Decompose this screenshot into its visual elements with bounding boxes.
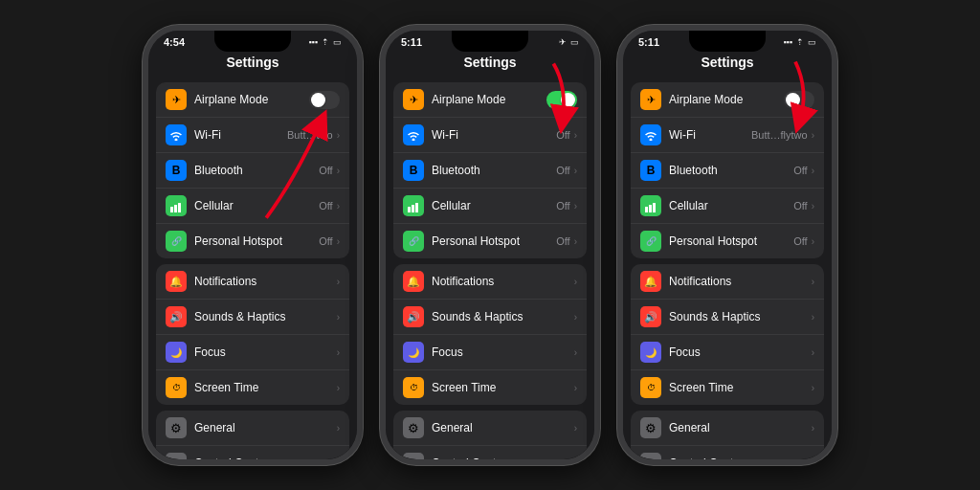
airplane-mode-row-3[interactable]: ✈ Airplane Mode [631, 82, 824, 118]
cellular-label-1: Cellular [194, 199, 319, 212]
focus-row-1[interactable]: 🌙 Focus › [156, 335, 349, 370]
sounds-row-1[interactable]: 🔊 Sounds & Haptics › [156, 300, 349, 335]
airplane-toggle-3[interactable] [784, 91, 814, 109]
control-row-3[interactable]: ☰ Control Center › [631, 446, 824, 459]
airplane-label-1: Airplane Mode [194, 93, 309, 106]
focus-row-2[interactable]: 🌙 Focus › [393, 335, 587, 370]
airplane-mode-row-2[interactable]: ✈ Airplane Mode [393, 82, 587, 118]
airplane-icon-1: ✈ [166, 89, 187, 110]
hotspot-value-1: Off [319, 235, 332, 247]
settings-title-2: Settings [463, 55, 516, 70]
cellular-value-2: Off [556, 200, 569, 212]
control-chevron-2: › [574, 458, 577, 460]
screentime-row-3[interactable]: ⏱ Screen Time › [631, 370, 824, 405]
cellular-row-3[interactable]: Cellular Off › [631, 189, 824, 224]
general-label-2: General [432, 421, 574, 434]
wifi-label-2: Wi-Fi [432, 128, 556, 142]
battery-icon-2: ▭ [570, 37, 579, 47]
sounds-row-3[interactable]: 🔊 Sounds & Haptics › [631, 300, 824, 335]
sounds-chevron-2: › [574, 312, 577, 323]
screentime-row-2[interactable]: ⏱ Screen Time › [393, 370, 587, 405]
focus-label-3: Focus [669, 345, 812, 359]
control-chevron-1: › [337, 458, 340, 460]
notch-1 [214, 31, 291, 52]
sounds-label-2: Sounds & Haptics [432, 310, 574, 323]
settings-content-2: ✈ Airplane Mode Wi-Fi Off › [386, 77, 594, 459]
svg-rect-5 [415, 203, 418, 212]
cellular-row-2[interactable]: Cellular Off › [393, 189, 587, 224]
status-icons-3: ▪▪▪ ⇡ ▭ [783, 37, 816, 47]
sounds-label-1: Sounds & Haptics [194, 310, 337, 323]
bluetooth-value-2: Off [556, 165, 569, 176]
cellular-value-1: Off [319, 200, 332, 212]
focus-icon-1: 🌙 [166, 342, 187, 363]
general-row-1[interactable]: ⚙ General › [156, 411, 349, 446]
cellular-row-1[interactable]: Cellular Off › [156, 189, 349, 224]
bluetooth-row-1[interactable]: B Bluetooth Off › [156, 153, 349, 189]
general-icon-3: ⚙ [640, 417, 661, 438]
status-icons-1: ▪▪▪ ⇡ ▭ [308, 37, 342, 47]
airplane-toggle-2[interactable] [546, 91, 577, 109]
cellular-chevron-1: › [337, 201, 340, 212]
sounds-label-3: Sounds & Haptics [669, 310, 812, 323]
focus-chevron-1: › [337, 347, 340, 358]
general-chevron-1: › [337, 423, 340, 434]
focus-label-2: Focus [432, 345, 574, 359]
bluetooth-chevron-3: › [812, 166, 814, 176]
hotspot-chevron-3: › [812, 236, 814, 247]
bluetooth-label-3: Bluetooth [669, 164, 793, 177]
screentime-label-3: Screen Time [669, 381, 812, 394]
phone-1: 4:54 ▪▪▪ ⇡ ▭ Settings ✈ Airplane Mode [143, 25, 363, 465]
airplane-status-icon-2: ✈ [559, 37, 567, 47]
wifi-value-2: Off [556, 129, 569, 141]
battery-icon-3: ▭ [808, 37, 816, 47]
bluetooth-row-3[interactable]: B Bluetooth Off › [631, 153, 824, 189]
control-row-1[interactable]: ☰ Control Center › [156, 446, 349, 459]
signal-icon-3: ▪▪▪ [783, 37, 792, 47]
control-label-1: Control Center [194, 457, 337, 459]
wifi-row-1[interactable]: Wi-Fi Butt…two › [156, 118, 349, 153]
bluetooth-chevron-2: › [574, 166, 577, 176]
wifi-row-3[interactable]: Wi-Fi Butt…flytwo › [631, 118, 824, 153]
hotspot-row-1[interactable]: 🔗 Personal Hotspot Off › [156, 224, 349, 258]
sounds-chevron-3: › [812, 312, 814, 323]
notifications-row-2[interactable]: 🔔 Notifications › [393, 264, 587, 300]
wifi-chevron-1: › [337, 130, 340, 141]
control-label-3: Control Center [669, 457, 812, 459]
airplane-icon-2: ✈ [403, 89, 424, 110]
svg-rect-6 [645, 207, 648, 212]
svg-rect-3 [408, 207, 411, 212]
general-group-1: ⚙ General › ☰ Control Center › AA Displa… [156, 411, 349, 459]
network-group-1: ✈ Airplane Mode Wi-Fi Butt…two › [156, 82, 349, 258]
svg-rect-8 [653, 203, 656, 212]
screentime-row-1[interactable]: ⏱ Screen Time › [156, 370, 349, 405]
phone-frame-3: 5:11 ▪▪▪ ⇡ ▭ Settings ✈ Airplane Mode [617, 25, 837, 465]
sounds-row-2[interactable]: 🔊 Sounds & Haptics › [393, 300, 587, 335]
control-row-2[interactable]: ☰ Control Center › [393, 446, 587, 459]
notifications-row-3[interactable]: 🔔 Notifications › [631, 264, 824, 300]
svg-rect-7 [649, 205, 652, 212]
notifications-chevron-1: › [337, 277, 340, 287]
airplane-mode-row-1[interactable]: ✈ Airplane Mode [156, 82, 349, 118]
svg-rect-0 [170, 207, 173, 212]
wifi-row-2[interactable]: Wi-Fi Off › [393, 118, 587, 153]
notifications-row-1[interactable]: 🔔 Notifications › [156, 264, 349, 300]
hotspot-row-2[interactable]: 🔗 Personal Hotspot Off › [393, 224, 587, 258]
sounds-icon-3: 🔊 [640, 306, 661, 327]
hotspot-row-3[interactable]: 🔗 Personal Hotspot Off › [631, 224, 824, 258]
general-row-2[interactable]: ⚙ General › [393, 411, 587, 446]
bluetooth-row-2[interactable]: B Bluetooth Off › [393, 153, 587, 189]
general-chevron-2: › [574, 423, 577, 434]
control-label-2: Control Center [432, 457, 574, 459]
general-row-3[interactable]: ⚙ General › [631, 411, 824, 446]
control-icon-2: ☰ [403, 453, 424, 459]
focus-row-3[interactable]: 🌙 Focus › [631, 335, 824, 370]
control-chevron-3: › [812, 458, 814, 460]
hotspot-value-2: Off [556, 235, 569, 247]
airplane-toggle-1[interactable] [309, 91, 340, 109]
general-icon-2: ⚙ [403, 417, 424, 438]
screentime-icon-2: ⏱ [403, 377, 424, 398]
focus-icon-3: 🌙 [640, 342, 661, 363]
wifi-chevron-2: › [574, 130, 577, 141]
svg-rect-2 [178, 203, 181, 212]
